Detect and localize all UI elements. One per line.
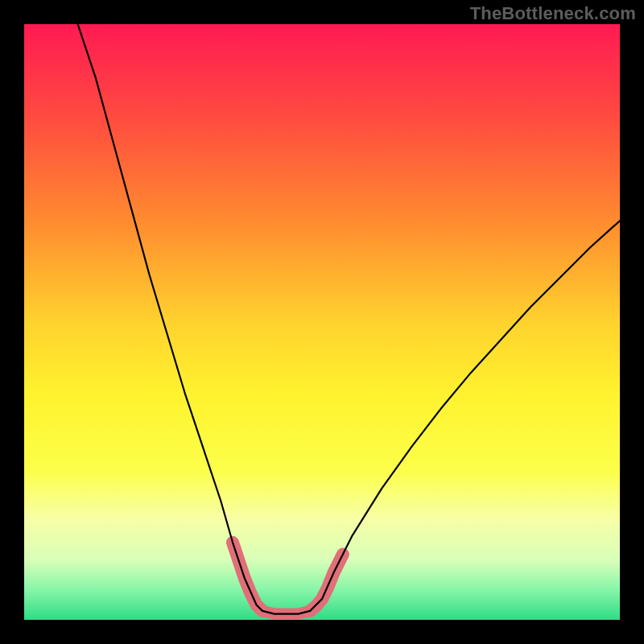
series-bottleneck-curve — [78, 24, 620, 614]
chart-frame: TheBottleneck.com — [0, 0, 644, 644]
chart-svg — [24, 24, 620, 620]
series-highlight-band-left — [233, 543, 262, 611]
plot-area — [24, 24, 620, 620]
watermark-text: TheBottleneck.com — [470, 3, 636, 24]
